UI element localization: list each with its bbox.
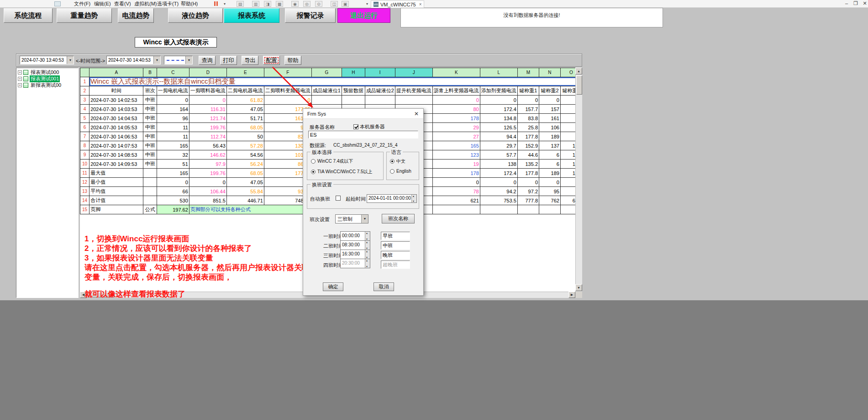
cell-r7-c12[interactable]: 177.8 xyxy=(517,132,539,141)
shift2-name-input[interactable] xyxy=(381,241,410,250)
column-header-C[interactable]: C xyxy=(157,68,189,77)
horizontal-scroll-thumb[interactable] xyxy=(87,292,115,298)
cell-r7-c1[interactable]: 中班 xyxy=(143,132,157,141)
menu-tabs[interactable]: 选项卡(T) xyxy=(154,0,181,7)
row-header-6[interactable]: 6 xyxy=(80,123,89,132)
cell-r4-c10[interactable]: 80 xyxy=(432,105,480,114)
cell-r13-c13[interactable]: 95 xyxy=(539,187,561,196)
cell-r6-c3[interactable]: 199.76 xyxy=(189,123,226,132)
cell-r3-c1[interactable]: 中班 xyxy=(143,96,157,105)
cell-r5-c13[interactable]: 161 xyxy=(539,114,561,123)
column-header-A[interactable]: A xyxy=(89,68,143,77)
field-header-7[interactable]: 预留数据 xyxy=(342,86,365,96)
cell-r7-c0[interactable]: 2024-07-30 14:06:53 xyxy=(89,132,143,141)
cell-r14-c11[interactable]: 753.5 xyxy=(480,196,517,205)
column-header-F[interactable]: F xyxy=(264,68,311,77)
dialog-close-icon[interactable]: ✕ xyxy=(412,110,421,118)
cell-footer-label[interactable]: 页脚 xyxy=(89,205,143,214)
cell-r13-c12[interactable]: 97.2 xyxy=(517,187,539,196)
row-header-5[interactable]: 5 xyxy=(80,114,89,123)
row-header-2[interactable]: 2 xyxy=(80,86,89,96)
column-header-I[interactable]: I xyxy=(365,68,395,77)
cell-r5-c0[interactable]: 2024-07-30 14:04:53 xyxy=(89,114,143,123)
server-name-input[interactable] xyxy=(308,131,418,138)
cell-r9-c0[interactable]: 2024-07-30 14:08:53 xyxy=(89,150,143,159)
radio-chinese[interactable]: 中文 xyxy=(390,158,405,165)
field-header-11[interactable]: 添加剂变频电流 xyxy=(480,86,517,96)
expand-icon[interactable]: + xyxy=(18,70,22,74)
cell-r8-c12[interactable]: 152.9 xyxy=(517,141,539,150)
cell-r9-c10[interactable]: 123 xyxy=(432,150,480,159)
cell-r5-c12[interactable]: 83.8 xyxy=(517,114,539,123)
expand-icon[interactable]: + xyxy=(18,77,22,81)
cell-r9-c12[interactable]: 44.6 xyxy=(517,150,539,159)
cell-footer-empty-2[interactable] xyxy=(480,205,517,214)
field-header-8[interactable]: 成品罐液位2 xyxy=(365,86,395,96)
row-header-15[interactable]: 15 xyxy=(80,205,89,214)
menu-help[interactable]: 帮助(H) xyxy=(178,0,200,7)
cell-r10-c4[interactable]: 56.24 xyxy=(226,159,264,169)
cell-r5-c3[interactable]: 121.74 xyxy=(189,114,226,123)
query-button[interactable]: 查询 xyxy=(199,56,216,65)
shift2-time-spinner[interactable]: 08:30:00 xyxy=(340,240,370,250)
ok-button[interactable]: 确定 xyxy=(323,282,343,291)
local-server-checkbox[interactable]: 本机服务器 xyxy=(353,123,385,130)
cell-r6-c1[interactable]: 中班 xyxy=(143,123,157,132)
cell-r6-c11[interactable]: 126.5 xyxy=(480,123,517,132)
cell-r4-c3[interactable]: 116.31 xyxy=(189,105,226,114)
config-button[interactable]: 配置 xyxy=(263,56,280,65)
cancel-button[interactable]: 取消 xyxy=(374,282,394,291)
radio-tia-wincc75[interactable]: TIA WinCC/WinCC 7.5以上 xyxy=(311,169,373,175)
radio-english[interactable]: English xyxy=(390,169,411,174)
cell-r7-c11[interactable]: 94.4 xyxy=(480,132,517,141)
combo-dropdown-icon[interactable]: ▼ xyxy=(361,215,368,223)
cell-r12-c11[interactable]: 0 xyxy=(480,178,517,187)
row-header-8[interactable]: 8 xyxy=(80,141,89,150)
cell-r14-c4[interactable]: 446.71 xyxy=(226,196,264,205)
sheet-title-cell[interactable]: Wincc 嵌入式报表演示--数据来自wincc归档变量 xyxy=(89,77,582,86)
cell-r3-c5[interactable]: 0 xyxy=(264,96,311,105)
cell-r13-c10[interactable]: 78 xyxy=(432,187,480,196)
tree-item-report-test-001[interactable]: + 报表测试001 xyxy=(18,75,78,82)
field-header-0[interactable]: 时间 xyxy=(89,86,143,96)
row-header-4[interactable]: 4 xyxy=(80,105,89,114)
field-header-12[interactable]: 罐称重1 xyxy=(517,86,539,96)
cell-r11-c12[interactable]: 177.8 xyxy=(517,169,539,178)
radio-wincc74[interactable]: WinCC 7.4或以下 xyxy=(311,158,353,165)
cell-r12-c13[interactable]: 0 xyxy=(539,178,561,187)
nav-current-trend-button[interactable]: 电流趋势 xyxy=(118,8,154,23)
spinner-icon[interactable] xyxy=(365,250,370,259)
cell-r8-c3[interactable]: 56.43 xyxy=(189,141,226,150)
scroll-left-icon[interactable]: ◀ xyxy=(80,292,87,298)
window-maximize-button[interactable]: ❐ xyxy=(852,0,860,7)
cell-r14-c3[interactable]: 851.5 xyxy=(189,196,226,205)
cell-r7-c3[interactable]: 112.74 xyxy=(189,132,226,141)
spinner-icon[interactable] xyxy=(365,241,370,250)
cell-r5-c11[interactable]: 134.8 xyxy=(480,114,517,123)
expand-icon[interactable]: + xyxy=(18,83,22,87)
cell-r4-c11[interactable]: 172.4 xyxy=(480,105,517,114)
cell-r7-c4[interactable]: 50 xyxy=(226,132,264,141)
cell-r8-c2[interactable]: 165 xyxy=(157,141,189,150)
snapshot-manager-icon[interactable]: ⊙ xyxy=(315,1,322,7)
radio-icon[interactable] xyxy=(311,159,316,164)
cell-r3-c8[interactable] xyxy=(365,96,395,105)
cell-r12-c3[interactable]: 0 xyxy=(189,178,226,187)
field-header-4[interactable]: 二剪电机器电流 xyxy=(226,86,264,96)
cell-r12-c2[interactable]: 0 xyxy=(157,178,189,187)
cell-r3-c4[interactable]: 61.82 xyxy=(226,96,264,105)
cell-r10-c11[interactable]: 138 xyxy=(480,159,517,169)
cell-r10-c1[interactable]: 中班 xyxy=(143,159,157,169)
nav-level-trend-button[interactable]: 液位趋势 xyxy=(168,8,223,23)
vertical-scrollbar[interactable]: ▲ ▼ xyxy=(575,68,582,298)
row-header-7[interactable]: 7 xyxy=(80,132,89,141)
help-button[interactable]: 帮助 xyxy=(284,56,301,65)
cell-r11-c10[interactable]: 178 xyxy=(432,169,480,178)
spinner-icon[interactable] xyxy=(411,195,416,202)
power-dropdown-caret-icon[interactable]: ▾ xyxy=(221,1,228,7)
cell-r3-c7[interactable] xyxy=(342,96,365,105)
cell-r12-c0[interactable]: 最小值 xyxy=(89,178,143,187)
column-header-L[interactable]: L xyxy=(480,68,517,77)
console-view-icon[interactable]: ▣ xyxy=(342,1,349,7)
cell-r12-c4[interactable]: 47.05 xyxy=(226,178,264,187)
